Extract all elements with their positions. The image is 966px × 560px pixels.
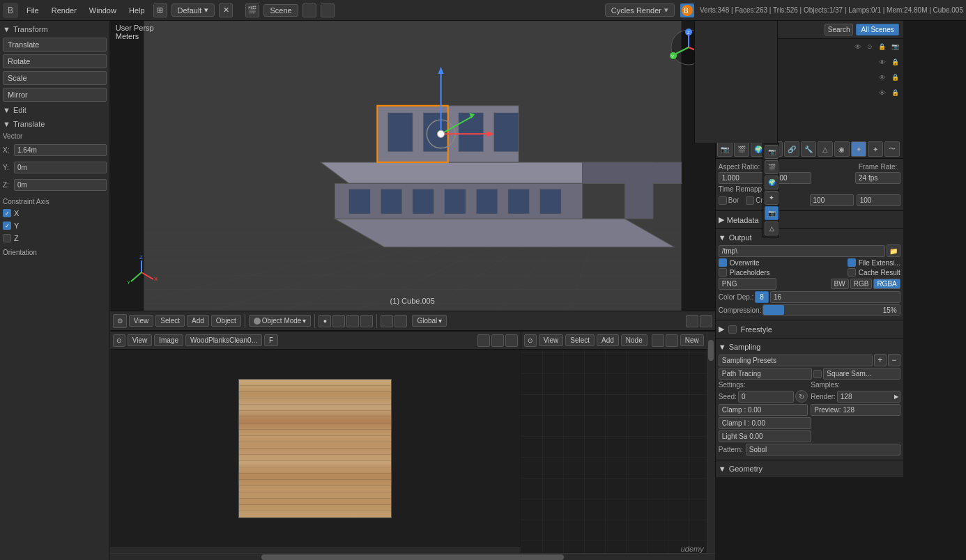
add-workspace-icon[interactable]: ✕ bbox=[219, 3, 233, 17]
image-image-btn[interactable]: Image bbox=[154, 334, 183, 346]
workspace-selector[interactable]: Default ▾ bbox=[171, 3, 215, 17]
image-editor-icon[interactable]: ⊙ bbox=[113, 334, 125, 347]
vz-input[interactable]: 0m bbox=[14, 179, 107, 191]
clampi-input[interactable]: Clamp I : 0.00 bbox=[719, 417, 812, 429]
viewport-mode-icon[interactable]: ⊙ bbox=[113, 314, 127, 328]
bor-checkbox[interactable] bbox=[719, 196, 727, 205]
rendered-btn[interactable] bbox=[360, 315, 373, 327]
freestyle-header[interactable]: ▶ Freestyle bbox=[719, 323, 900, 335]
tab-constraints[interactable]: 🔗 bbox=[784, 141, 799, 157]
lock-icon-4[interactable]: 🔒 bbox=[891, 89, 899, 96]
solid-mode-btn[interactable]: ● bbox=[319, 315, 331, 327]
translate-section-header[interactable]: ▼ Translate bbox=[3, 118, 107, 130]
node-tool-1[interactable] bbox=[652, 334, 664, 347]
node-select-btn[interactable]: Select bbox=[565, 334, 595, 346]
node-editor-icon[interactable]: ⊙ bbox=[524, 334, 537, 347]
preview-input[interactable]: Preview: 128 bbox=[811, 404, 900, 416]
vertical-scrollbar[interactable] bbox=[707, 332, 715, 553]
path-tracing-select[interactable]: Path Tracing bbox=[719, 368, 813, 380]
tab-material[interactable]: ◉ bbox=[834, 141, 850, 157]
light-sa-input[interactable]: Light Sa 0.00 bbox=[719, 430, 812, 442]
remapping-1-input[interactable]: 100 bbox=[810, 194, 854, 206]
overwrite-checkbox[interactable] bbox=[719, 258, 727, 267]
blender-icon[interactable]: B bbox=[3, 3, 18, 18]
metadata-header[interactable]: ▶ Metadata bbox=[719, 214, 900, 226]
overlays-btn[interactable] bbox=[686, 315, 698, 327]
axis-z-check[interactable] bbox=[3, 234, 11, 242]
horizontal-scrollbar[interactable] bbox=[110, 553, 715, 560]
color-depth-16[interactable]: 16 bbox=[770, 291, 900, 303]
bw-tab[interactable]: BW bbox=[831, 279, 849, 289]
axis-z-row[interactable]: Z bbox=[3, 234, 107, 242]
vx-input[interactable]: 1.64m bbox=[14, 144, 107, 156]
eye-icon-3[interactable]: 👁 bbox=[879, 74, 886, 81]
node-view-btn[interactable]: View bbox=[539, 334, 564, 346]
render-props-icon[interactable]: 📷 bbox=[765, 206, 779, 220]
eye-icon-2[interactable]: 👁 bbox=[879, 59, 886, 66]
img-tool-2[interactable] bbox=[491, 334, 504, 347]
menu-render[interactable]: Render bbox=[47, 5, 81, 16]
image-scrollbar[interactable] bbox=[110, 547, 521, 553]
scale-button[interactable]: Scale bbox=[3, 71, 107, 85]
cro-checkbox[interactable] bbox=[746, 196, 754, 205]
format-selector[interactable]: PNG bbox=[719, 278, 776, 290]
material-btn[interactable] bbox=[346, 315, 359, 327]
image-name[interactable]: WoodPlanksClean0... bbox=[185, 334, 262, 346]
render-icon[interactable]: 📷 bbox=[891, 43, 899, 50]
node-node-btn[interactable]: Node bbox=[621, 334, 647, 346]
object-mode-selector[interactable]: Object Mode ▾ bbox=[249, 315, 312, 327]
image-view-btn[interactable]: View bbox=[128, 334, 153, 346]
axis-y-check[interactable]: ✓ bbox=[3, 221, 11, 230]
axis-y-row[interactable]: ✓ Y bbox=[3, 221, 107, 230]
seed-input[interactable]: 0 bbox=[738, 391, 794, 403]
render-tab-icon[interactable]: 📷 bbox=[765, 145, 779, 159]
eye-icon[interactable]: 👁 bbox=[854, 43, 861, 51]
mirror-button[interactable]: Mirror bbox=[3, 88, 107, 102]
folder-btn[interactable]: 📁 bbox=[887, 244, 900, 257]
data-tab-icon[interactable]: △ bbox=[765, 221, 779, 235]
edit-section-header[interactable]: ▼ Edit bbox=[3, 104, 107, 116]
cache-checkbox[interactable] bbox=[848, 268, 856, 277]
node-new-btn[interactable]: New bbox=[680, 334, 704, 346]
render-engine-selector[interactable]: Cycles Render ▾ bbox=[605, 3, 675, 17]
remove-preset-btn[interactable]: − bbox=[888, 354, 900, 366]
square-sam-checkbox[interactable] bbox=[813, 370, 822, 378]
add-preset-btn[interactable]: + bbox=[874, 354, 887, 366]
tab-texture[interactable]: ✦ bbox=[851, 141, 866, 157]
output-header[interactable]: ▼ Output bbox=[719, 232, 900, 243]
select-menu[interactable]: Select bbox=[155, 315, 185, 327]
menu-file[interactable]: File bbox=[22, 5, 43, 16]
menu-help[interactable]: Help bbox=[125, 5, 149, 16]
tab-particles[interactable]: ✦ bbox=[868, 141, 883, 157]
rotate-button[interactable]: Rotate bbox=[3, 54, 107, 68]
snap-btn[interactable] bbox=[381, 315, 393, 327]
layout-icon[interactable]: ⊞ bbox=[153, 3, 167, 17]
translate-button[interactable]: Translate bbox=[3, 38, 107, 52]
wireframe-btn[interactable] bbox=[332, 315, 345, 327]
axis-x-check[interactable]: ✓ bbox=[3, 209, 11, 217]
clamp-input[interactable]: Clamp : 0.00 bbox=[719, 404, 808, 416]
node-add-btn[interactable]: Add bbox=[597, 334, 619, 346]
particles-tab-icon[interactable]: ✦ bbox=[765, 191, 779, 205]
tab-modifiers[interactable]: 🔧 bbox=[801, 141, 816, 157]
pattern-selector[interactable]: Sobol bbox=[746, 444, 900, 456]
global-selector[interactable]: Global ▾ bbox=[412, 315, 447, 327]
lock-icon-3[interactable]: 🔒 bbox=[891, 74, 899, 81]
sampling-header[interactable]: ▼ Sampling bbox=[719, 341, 900, 352]
eye-icon-4[interactable]: 👁 bbox=[879, 89, 886, 97]
render-input[interactable]: 128 ▶ bbox=[837, 391, 900, 403]
lock-icon[interactable]: 🔒 bbox=[878, 43, 886, 50]
all-scenes-btn[interactable]: All Scenes bbox=[856, 24, 898, 36]
img-tool-3[interactable] bbox=[505, 334, 518, 347]
geometry-header[interactable]: ▼ Geometry bbox=[719, 463, 900, 474]
tab-data[interactable]: △ bbox=[818, 141, 833, 157]
seed-refresh-btn[interactable]: ↻ bbox=[795, 390, 808, 403]
proportional-btn[interactable] bbox=[394, 315, 407, 327]
placeholders-checkbox[interactable] bbox=[719, 268, 727, 277]
tab-physics[interactable]: 〜 bbox=[884, 141, 900, 157]
output-path-input[interactable]: /tmp\ bbox=[719, 245, 885, 257]
aspect-x-input[interactable]: 1.000 bbox=[719, 172, 764, 184]
scene-tab-icon[interactable]: 🎬 bbox=[765, 160, 779, 174]
square-sam-label[interactable]: Square Sam... bbox=[823, 368, 900, 380]
add-menu[interactable]: Add bbox=[187, 315, 209, 327]
